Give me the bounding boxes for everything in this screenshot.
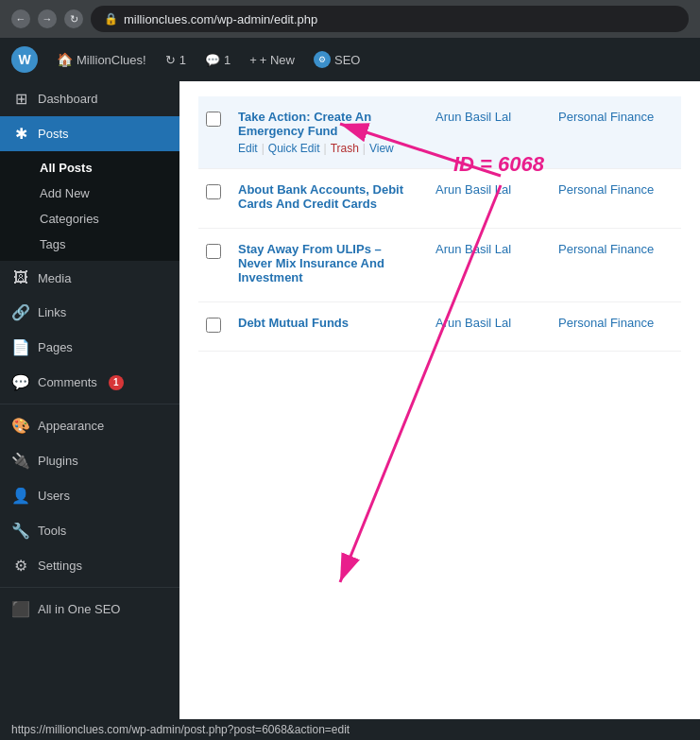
comments-button[interactable]: 💬 1 — [197, 49, 238, 71]
row-checkbox-cell — [198, 96, 229, 169]
content-area: ID = 6068 Take Action: Create An Emergen… — [179, 81, 700, 740]
author-link-3[interactable]: Arun Basil Lal — [435, 242, 511, 256]
category-link-4[interactable]: Personal Finance — [558, 316, 654, 330]
sidebar-item-all-in-one-seo[interactable]: ⬛ All in One SEO — [0, 592, 179, 627]
links-label: Links — [38, 305, 66, 319]
add-new-label: Add New — [40, 186, 90, 200]
table-row: Take Action: Create An Emergency Fund Ed… — [198, 96, 681, 169]
sidebar-item-users[interactable]: 👤 Users — [0, 478, 179, 513]
wp-admin-bar: W 🏠 MillionClues! ↻ 1 💬 1 + + New ⚙ SEO — [0, 38, 700, 81]
posts-icon: ✱ — [11, 125, 30, 143]
updates-count: 1 — [179, 53, 186, 67]
row-checkbox-cell — [198, 302, 229, 352]
sidebar-item-add-new[interactable]: Add New — [0, 181, 179, 206]
wp-logo[interactable]: W — [11, 46, 38, 73]
post-title-link-1[interactable]: Take Action: Create An Emergency Fund — [238, 110, 417, 138]
site-name: MillionClues! — [77, 53, 146, 67]
links-icon: 🔗 — [11, 303, 30, 321]
sidebar-item-dashboard[interactable]: ⊞ Dashboard — [0, 81, 179, 116]
post-category-cell-4: Personal Finance — [549, 302, 681, 352]
row-checkbox-3[interactable] — [206, 244, 221, 259]
post-title-cell-3: Stay Away From ULIPs – Never Mix Insuran… — [229, 229, 426, 302]
plugins-icon: 🔌 — [11, 452, 30, 470]
post-title-link-3[interactable]: Stay Away From ULIPs – Never Mix Insuran… — [238, 242, 417, 284]
author-link-2[interactable]: Arun Basil Lal — [435, 182, 511, 197]
dashboard-icon: ⊞ — [11, 90, 30, 108]
url-text: millionclues.com/wp-admin/edit.php — [124, 12, 317, 26]
sep: | — [363, 142, 366, 155]
quick-edit-link-1[interactable]: Quick Edit — [268, 142, 320, 155]
categories-label: Categories — [40, 212, 99, 226]
tags-label: Tags — [40, 237, 65, 251]
sidebar-item-settings[interactable]: ⚙ Settings — [0, 548, 179, 583]
sidebar-divider-2 — [0, 587, 179, 588]
posts-label: Posts — [38, 127, 69, 141]
appearance-label: Appearance — [38, 419, 104, 433]
posts-submenu: All Posts Add New Categories Tags — [0, 151, 179, 261]
table-row: About Bank Accounts, Debit Cards And Cre… — [198, 169, 681, 229]
sep: | — [262, 142, 265, 155]
back-button[interactable]: ← — [11, 9, 30, 28]
trash-link-1[interactable]: Trash — [331, 142, 359, 155]
posts-content: ID = 6068 Take Action: Create An Emergen… — [179, 81, 700, 740]
post-actions-1: Edit | Quick Edit | Trash | View — [238, 142, 417, 155]
category-link-2[interactable]: Personal Finance — [558, 182, 654, 197]
post-category-cell-3: Personal Finance — [549, 229, 681, 302]
comments-count: 1 — [224, 53, 230, 67]
sidebar-item-categories[interactable]: Categories — [0, 206, 179, 232]
users-label: Users — [38, 489, 70, 503]
settings-icon: ⚙ — [11, 557, 30, 575]
sidebar-item-pages[interactable]: 📄 Pages — [0, 330, 179, 365]
seo-icon: ⚙ — [314, 51, 331, 68]
site-name-link[interactable]: 🏠 MillionClues! — [49, 48, 154, 71]
status-bar: https://millionclues.com/wp-admin/post.p… — [0, 719, 700, 740]
sidebar-item-posts[interactable]: ✱ Posts — [0, 116, 179, 151]
post-category-cell-1: Personal Finance — [549, 96, 681, 169]
edit-link-1[interactable]: Edit — [238, 142, 258, 155]
post-title-cell-2: About Bank Accounts, Debit Cards And Cre… — [229, 169, 426, 229]
sidebar-item-plugins[interactable]: 🔌 Plugins — [0, 443, 179, 478]
author-link-1[interactable]: Arun Basil Lal — [435, 110, 511, 124]
post-title-link-2[interactable]: About Bank Accounts, Debit Cards And Cre… — [238, 182, 417, 211]
table-row: Stay Away From ULIPs – Never Mix Insuran… — [198, 229, 681, 302]
seo-label: SEO — [334, 53, 360, 67]
post-title-cell-1: Take Action: Create An Emergency Fund Ed… — [229, 96, 426, 169]
sidebar-item-comments[interactable]: 💬 Comments 1 — [0, 365, 179, 400]
row-checkbox-1[interactable] — [206, 112, 221, 127]
category-link-3[interactable]: Personal Finance — [558, 242, 654, 256]
row-checkbox-4[interactable] — [206, 318, 221, 333]
users-icon: 👤 — [11, 487, 30, 505]
seo-button[interactable]: ⚙ SEO — [306, 47, 367, 72]
updates-button[interactable]: ↻ 1 — [158, 49, 194, 71]
author-link-4[interactable]: Arun Basil Lal — [435, 316, 511, 330]
post-author-cell-3: Arun Basil Lal — [426, 229, 549, 302]
plus-icon: + — [249, 53, 257, 67]
sidebar-divider-1 — [0, 404, 179, 404]
sidebar-item-all-posts[interactable]: All Posts — [0, 155, 179, 181]
view-link-1[interactable]: View — [369, 142, 394, 155]
sidebar-item-tags[interactable]: Tags — [0, 232, 179, 257]
pages-label: Pages — [38, 340, 73, 354]
post-title-link-4[interactable]: Debt Mutual Funds — [238, 316, 417, 330]
reload-button[interactable]: ↻ — [64, 9, 83, 28]
media-icon: 🖼 — [11, 269, 30, 286]
refresh-icon: ↻ — [165, 53, 176, 67]
row-checkbox-cell — [198, 229, 229, 302]
post-category-cell-2: Personal Finance — [549, 169, 681, 229]
comments-nav-label: Comments — [38, 375, 97, 389]
category-link-1[interactable]: Personal Finance — [558, 110, 654, 124]
pages-icon: 📄 — [11, 338, 30, 356]
aioseo-icon: ⬛ — [11, 600, 30, 618]
url-bar[interactable]: 🔒 millionclues.com/wp-admin/edit.php — [91, 6, 689, 32]
sidebar-item-links[interactable]: 🔗 Links — [0, 295, 179, 330]
post-author-cell-1: Arun Basil Lal — [426, 96, 549, 169]
new-content-button[interactable]: + + New — [242, 49, 302, 71]
comments-badge: 1 — [109, 375, 124, 390]
all-in-one-seo-label: All in One SEO — [38, 602, 120, 616]
sidebar-item-appearance[interactable]: 🎨 Appearance — [0, 408, 179, 443]
sidebar-item-tools[interactable]: 🔧 Tools — [0, 513, 179, 548]
home-icon: 🏠 — [57, 52, 73, 67]
row-checkbox-2[interactable] — [206, 184, 221, 199]
sidebar-item-media[interactable]: 🖼 Media — [0, 261, 179, 295]
forward-button[interactable]: → — [38, 9, 57, 28]
